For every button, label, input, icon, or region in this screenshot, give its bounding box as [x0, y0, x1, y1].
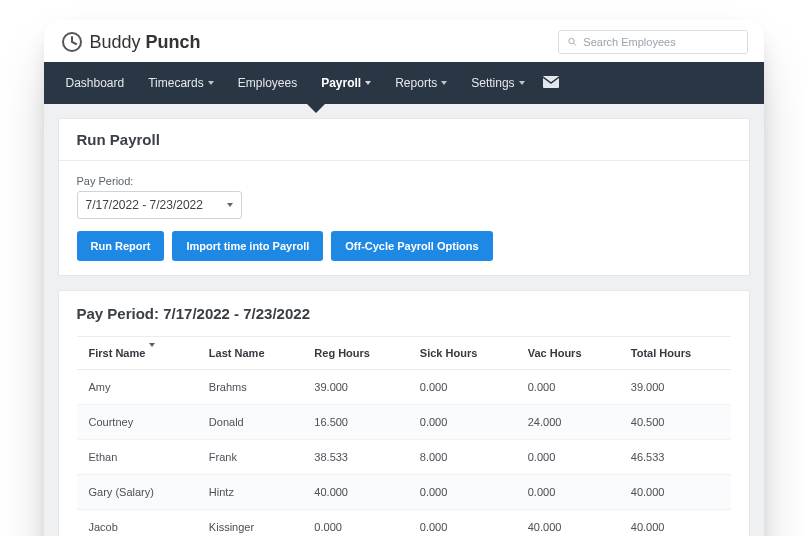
cell-total: 40.500 [619, 405, 731, 440]
run-report-button[interactable]: Run Report [77, 231, 165, 261]
cell-last: Donald [197, 405, 302, 440]
nav-timecards[interactable]: Timecards [136, 64, 226, 102]
cell-vac: 40.000 [516, 510, 619, 537]
cell-vac: 0.000 [516, 475, 619, 510]
cell-vac: 0.000 [516, 370, 619, 405]
nav-settings[interactable]: Settings [459, 64, 536, 102]
nav-payroll[interactable]: Payroll [309, 64, 383, 102]
cell-sick: 0.000 [408, 370, 516, 405]
col-first-name[interactable]: First Name [77, 337, 197, 370]
table-row[interactable]: CourtneyDonald16.5000.00024.00040.500 [77, 405, 731, 440]
svg-rect-3 [543, 76, 559, 88]
cell-last: Frank [197, 440, 302, 475]
cell-sick: 0.000 [408, 475, 516, 510]
cell-sick: 0.000 [408, 510, 516, 537]
nav-employees[interactable]: Employees [226, 64, 309, 102]
search-icon [567, 36, 578, 48]
search-input[interactable] [583, 36, 738, 48]
search-input-wrap[interactable] [558, 30, 748, 54]
table-row[interactable]: AmyBrahms39.0000.0000.00039.000 [77, 370, 731, 405]
col-vac-hours[interactable]: Vac Hours [516, 337, 619, 370]
cell-first: Amy [77, 370, 197, 405]
payroll-table: First Name Last Name Reg Hours Sick Hour… [77, 336, 731, 536]
cell-reg: 38.533 [302, 440, 407, 475]
cell-vac: 0.000 [516, 440, 619, 475]
table-row[interactable]: Gary (Salary)Hintz40.0000.0000.00040.000 [77, 475, 731, 510]
cell-reg: 39.000 [302, 370, 407, 405]
chevron-down-icon [208, 81, 214, 85]
cell-sick: 0.000 [408, 405, 516, 440]
results-title: Pay Period: 7/17/2022 - 7/23/2022 [77, 305, 731, 322]
chevron-down-icon [149, 343, 155, 359]
app-window: Buddy Punch Dashboard Timecards Employee… [44, 20, 764, 536]
chevron-down-icon [441, 81, 447, 85]
cell-total: 39.000 [619, 370, 731, 405]
col-total-hours[interactable]: Total Hours [619, 337, 731, 370]
svg-line-2 [573, 43, 575, 45]
run-payroll-title: Run Payroll [59, 119, 749, 161]
active-nav-indicator [307, 104, 325, 113]
results-card: Pay Period: 7/17/2022 - 7/23/2022 First … [58, 290, 750, 536]
chevron-down-icon [519, 81, 525, 85]
col-sick-hours[interactable]: Sick Hours [408, 337, 516, 370]
table-row[interactable]: JacobKissinger0.0000.00040.00040.000 [77, 510, 731, 537]
pay-period-label: Pay Period: [77, 175, 731, 187]
chevron-down-icon [365, 81, 371, 85]
content: Run Payroll Pay Period: 7/17/2022 - 7/23… [44, 104, 764, 536]
cell-first: Gary (Salary) [77, 475, 197, 510]
cell-total: 46.533 [619, 440, 731, 475]
cell-last: Kissinger [197, 510, 302, 537]
chevron-down-icon [227, 203, 233, 207]
col-last-name[interactable]: Last Name [197, 337, 302, 370]
pay-period-value: 7/17/2022 - 7/23/2022 [86, 198, 203, 212]
import-time-button[interactable]: Import time into Payroll [172, 231, 323, 261]
col-reg-hours[interactable]: Reg Hours [302, 337, 407, 370]
run-payroll-card: Run Payroll Pay Period: 7/17/2022 - 7/23… [58, 118, 750, 276]
main-nav: Dashboard Timecards Employees Payroll Re… [44, 62, 764, 104]
cell-vac: 24.000 [516, 405, 619, 440]
cell-first: Courtney [77, 405, 197, 440]
clock-icon [60, 30, 84, 54]
cell-total: 40.000 [619, 510, 731, 537]
pay-period-select[interactable]: 7/17/2022 - 7/23/2022 [77, 191, 242, 219]
nav-dashboard[interactable]: Dashboard [54, 64, 137, 102]
cell-first: Ethan [77, 440, 197, 475]
svg-point-1 [568, 38, 573, 43]
cell-reg: 0.000 [302, 510, 407, 537]
off-cycle-button[interactable]: Off-Cycle Payroll Options [331, 231, 492, 261]
cell-reg: 16.500 [302, 405, 407, 440]
brand-logo: Buddy Punch [60, 30, 201, 54]
cell-first: Jacob [77, 510, 197, 537]
cell-reg: 40.000 [302, 475, 407, 510]
mail-icon[interactable] [537, 62, 565, 104]
cell-last: Hintz [197, 475, 302, 510]
cell-sick: 8.000 [408, 440, 516, 475]
brand-name: Buddy Punch [90, 32, 201, 53]
cell-total: 40.000 [619, 475, 731, 510]
table-row[interactable]: EthanFrank38.5338.0000.00046.533 [77, 440, 731, 475]
cell-last: Brahms [197, 370, 302, 405]
nav-reports[interactable]: Reports [383, 64, 459, 102]
header: Buddy Punch [44, 20, 764, 62]
